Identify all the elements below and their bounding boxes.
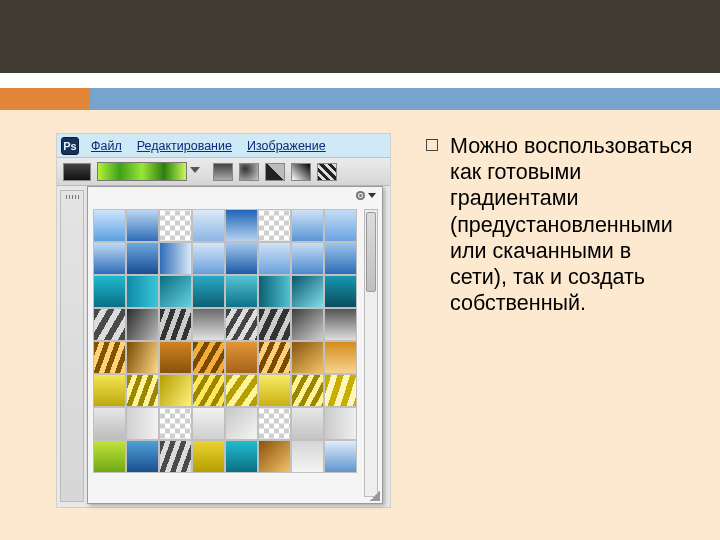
gradient-preset[interactable] — [324, 341, 357, 374]
gradient-preset[interactable] — [225, 440, 258, 473]
gradient-preset[interactable] — [192, 308, 225, 341]
gradient-type-angle-button[interactable] — [265, 163, 285, 181]
gradient-preset[interactable] — [192, 275, 225, 308]
gradient-preset[interactable] — [192, 341, 225, 374]
gradient-preset[interactable] — [192, 407, 225, 440]
chevron-down-icon — [368, 193, 376, 198]
gradient-preset[interactable] — [225, 341, 258, 374]
gradient-preset[interactable] — [192, 374, 225, 407]
gradient-preset[interactable] — [291, 341, 324, 374]
gradient-preset[interactable] — [192, 209, 225, 242]
slide-title-band — [0, 0, 720, 73]
gradient-preset[interactable] — [93, 275, 126, 308]
gradient-preset[interactable] — [93, 374, 126, 407]
gradient-preset[interactable] — [324, 440, 357, 473]
gradient-preset[interactable] — [291, 242, 324, 275]
gradient-preset[interactable] — [93, 209, 126, 242]
gradient-preset[interactable] — [192, 242, 225, 275]
gradient-preset[interactable] — [291, 308, 324, 341]
gradient-type-radial-button[interactable] — [239, 163, 259, 181]
gradient-preset-panel — [87, 186, 383, 504]
gradient-preset[interactable] — [258, 242, 291, 275]
gradient-preset[interactable] — [159, 374, 192, 407]
accent-orange — [0, 88, 90, 110]
menu-image[interactable]: Изображение — [247, 139, 326, 153]
gradient-type-linear-button[interactable] — [213, 163, 233, 181]
toolstrip — [60, 190, 84, 502]
preset-scrollbar[interactable] — [364, 209, 378, 497]
accent-blue — [90, 88, 720, 110]
slide-body: Можно воспользоваться как готовыми гради… — [450, 134, 693, 315]
tool-preset-button[interactable] — [63, 163, 91, 181]
preset-grid — [93, 209, 359, 497]
gradient-preset[interactable] — [93, 341, 126, 374]
gradient-preview-button[interactable] — [97, 162, 187, 181]
gradient-preset[interactable] — [192, 440, 225, 473]
gradient-preset[interactable] — [126, 209, 159, 242]
gradient-preset[interactable] — [324, 209, 357, 242]
gradient-preset[interactable] — [126, 242, 159, 275]
scrollbar-thumb[interactable] — [366, 212, 376, 292]
gradient-preset[interactable] — [324, 374, 357, 407]
menu-file[interactable]: Файл — [91, 139, 122, 153]
gradient-preset[interactable] — [258, 275, 291, 308]
gradient-preset[interactable] — [258, 209, 291, 242]
gradient-preset[interactable] — [258, 440, 291, 473]
gradient-type-diamond-button[interactable] — [317, 163, 337, 181]
gradient-preset[interactable] — [291, 209, 324, 242]
gradient-preset[interactable] — [324, 407, 357, 440]
gradient-preset[interactable] — [258, 374, 291, 407]
photoshop-screenshot: Ps Файл Редактирование Изображение — [56, 133, 391, 508]
gradient-preset[interactable] — [225, 242, 258, 275]
workspace — [57, 186, 390, 507]
gradient-preset[interactable] — [126, 440, 159, 473]
gradient-preset[interactable] — [324, 242, 357, 275]
gradient-type-reflected-button[interactable] — [291, 163, 311, 181]
gradient-preset[interactable] — [225, 209, 258, 242]
gradient-preset[interactable] — [324, 308, 357, 341]
resize-handle-icon[interactable] — [370, 491, 380, 501]
gradient-preset[interactable] — [93, 440, 126, 473]
gradient-preset[interactable] — [159, 209, 192, 242]
gradient-preset[interactable] — [159, 341, 192, 374]
gradient-preset[interactable] — [93, 308, 126, 341]
app-logo-icon: Ps — [61, 137, 79, 155]
gradient-preset[interactable] — [159, 308, 192, 341]
panel-menu-button[interactable] — [356, 191, 376, 200]
gradient-preset[interactable] — [93, 242, 126, 275]
gradient-preset[interactable] — [258, 308, 291, 341]
gradient-preset[interactable] — [291, 440, 324, 473]
options-bar — [57, 158, 390, 186]
gradient-preset[interactable] — [159, 275, 192, 308]
app-menu-bar: Ps Файл Редактирование Изображение — [57, 134, 390, 158]
menu-edit[interactable]: Редактирование — [137, 139, 232, 153]
gradient-preset[interactable] — [258, 407, 291, 440]
gradient-preset[interactable] — [225, 374, 258, 407]
gradient-preset[interactable] — [291, 407, 324, 440]
gradient-preset[interactable] — [225, 275, 258, 308]
gradient-preset[interactable] — [126, 341, 159, 374]
gradient-preset[interactable] — [126, 374, 159, 407]
gradient-preset[interactable] — [324, 275, 357, 308]
gradient-preset[interactable] — [225, 308, 258, 341]
gradient-preset[interactable] — [126, 275, 159, 308]
gradient-preset[interactable] — [159, 407, 192, 440]
gradient-preset[interactable] — [258, 341, 291, 374]
gradient-preset[interactable] — [159, 440, 192, 473]
gradient-preset[interactable] — [126, 407, 159, 440]
gradient-preset[interactable] — [159, 242, 192, 275]
grip-icon — [66, 195, 80, 199]
gradient-preset[interactable] — [291, 374, 324, 407]
gear-icon — [356, 191, 365, 200]
gradient-preset[interactable] — [225, 407, 258, 440]
gradient-preset[interactable] — [126, 308, 159, 341]
gradient-preset[interactable] — [291, 275, 324, 308]
bullet-icon — [426, 139, 438, 151]
slide-body-text: Можно воспользоваться как готовыми гради… — [448, 133, 693, 317]
gradient-preset[interactable] — [93, 407, 126, 440]
